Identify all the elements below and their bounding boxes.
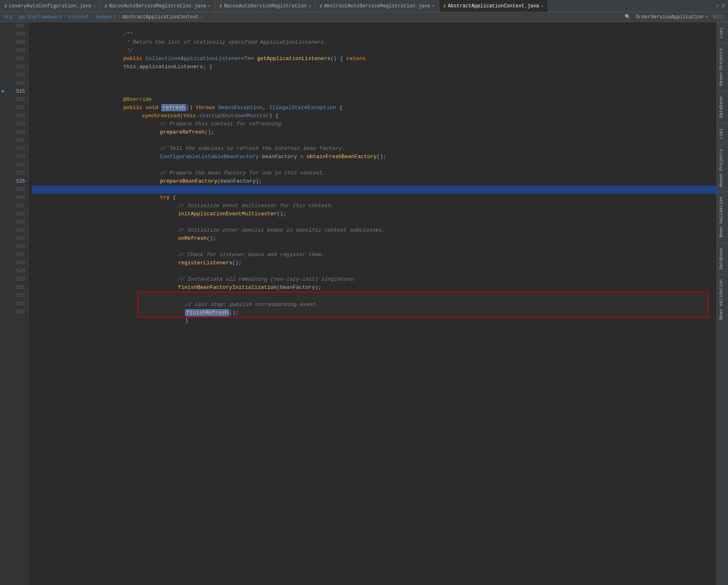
code-line-523: // Prepare the bean factory for use in t… — [32, 161, 717, 169]
gutter-546 — [0, 243, 8, 251]
tab-more[interactable]: ≡ 6 — [712, 3, 728, 9]
ln-544: 544 — [11, 226, 25, 234]
java-icon: J — [104, 4, 107, 9]
ln-514: 514 — [11, 79, 25, 87]
gutter-549 — [0, 267, 8, 275]
code-line-509: */ — [32, 38, 717, 47]
tab-abstract-auto[interactable]: J AbstractAutoServiceRegistration.java ✕ — [315, 0, 439, 12]
code-line-519 — [32, 128, 717, 136]
sidebar-tab-luaj-1[interactable]: Luaj — [717, 22, 728, 43]
gutter-539 — [0, 185, 8, 194]
tab-label: coveryAutoConfiguration.java — [9, 3, 92, 9]
gutter-542 — [0, 210, 8, 218]
gutter-521 — [0, 136, 8, 145]
gutter-510 — [0, 47, 8, 55]
code-line-541 — [32, 210, 717, 218]
java-icon: J — [4, 4, 7, 9]
code-line-513 — [32, 79, 717, 87]
ln-523: 523 — [11, 153, 25, 161]
sidebar-tab-luaj-2[interactable]: Luaj — [717, 123, 728, 144]
code-line-544 — [32, 234, 717, 243]
ide-window: J coveryAutoConfiguration.java ✕ J Nacos… — [0, 0, 728, 585]
close-icon[interactable]: ✕ — [208, 4, 211, 9]
tab-covery[interactable]: J coveryAutoConfiguration.java ✕ — [0, 0, 100, 12]
gutter-516 — [0, 96, 8, 104]
gutter-520 — [0, 128, 8, 136]
ln-551: 551 — [11, 284, 25, 292]
close-icon[interactable]: ✕ — [541, 4, 544, 9]
gutter-523 — [0, 153, 8, 161]
tab-abstract-app[interactable]: J AbstractApplicationContext.java ✕ — [439, 0, 548, 12]
ln-508: 508 — [11, 30, 25, 38]
gutter-543 — [0, 218, 8, 226]
ln-520: 520 — [11, 128, 25, 136]
code-line-524: prepareBeanFactory(beanFactory); — [32, 169, 717, 177]
gutter-551 — [0, 284, 8, 292]
tab-label: AbstractApplicationContext.java — [448, 3, 539, 9]
ln-545: 545 — [11, 234, 25, 243]
sep6: ▼ — [705, 14, 708, 20]
git-icon: Git: — [713, 14, 725, 20]
code-line-517: // Prepare this context for refreshing. — [32, 112, 717, 120]
gutter-arrow-down-icon: ● — [1, 89, 4, 94]
breadcrumb-class[interactable]: AbstractApplicationContext — [122, 14, 199, 20]
ln-522: 522 — [11, 145, 25, 153]
tab-bar: J coveryAutoConfiguration.java ✕ J Nacos… — [0, 0, 728, 12]
code-line-547 — [32, 259, 717, 267]
orderservice-app[interactable]: OrderServiceApplication — [636, 14, 703, 20]
gutter-508 — [0, 30, 8, 38]
gutter-552 — [0, 292, 8, 300]
ln-554: 554 — [11, 308, 25, 316]
ln-524: 524 — [11, 161, 25, 169]
gutter-512 — [0, 63, 8, 71]
breadcrumb-context[interactable]: context — [69, 14, 89, 20]
ln-517: 517 — [11, 104, 25, 112]
code-line-543: onRefresh(); — [32, 226, 717, 234]
close-icon[interactable]: ✕ — [308, 4, 311, 9]
code-line-526: try { — [32, 185, 717, 194]
java-icon: J — [319, 4, 322, 9]
breadcrumb-org[interactable]: org — [3, 14, 12, 20]
ln-525: 525 — [11, 169, 25, 177]
ln-515: 515 — [11, 87, 25, 96]
gutter-514 — [0, 79, 8, 87]
ln-552: 552 — [11, 292, 25, 300]
close-icon[interactable]: ✕ — [93, 4, 96, 9]
gutter-515: ● ↓ — [0, 87, 8, 96]
ln-513: 513 — [11, 71, 25, 79]
code-line-512 — [32, 71, 717, 79]
breadcrumb-support[interactable]: support — [96, 14, 116, 20]
sidebar-tab-bean-validation-2[interactable]: Bean Validation — [717, 274, 728, 325]
code-line-518: prepareRefresh(); — [32, 120, 717, 128]
sidebar-tab-bean-validation-1[interactable]: Bean Validation — [717, 192, 728, 242]
gutter-markers: ● ↓ — [0, 22, 8, 585]
breadcrumb: org / springframework / context / suppor… — [0, 12, 728, 22]
gutter-554 — [0, 308, 8, 316]
ln-521: 521 — [11, 136, 25, 145]
gutter-518 — [0, 112, 8, 120]
sidebar-tab-database-2[interactable]: Database — [717, 243, 728, 275]
gutter-541 — [0, 202, 8, 210]
gutter-519 — [0, 120, 8, 128]
gutter-525 — [0, 169, 8, 177]
sep3: / — [91, 14, 94, 20]
gutter-513 — [0, 71, 8, 79]
sidebar-tab-database-1[interactable]: Database — [717, 91, 728, 123]
gutter-522 — [0, 145, 8, 153]
sidebar-tab-maven-1[interactable]: Maven Projects — [717, 43, 728, 91]
code-line-549: finishBeanFactoryInitialization(beanFact… — [32, 275, 717, 284]
close-icon[interactable]: ✕ — [432, 4, 435, 9]
ln-511: 511 — [11, 55, 25, 63]
breadcrumb-springframework[interactable]: springframework — [18, 14, 63, 20]
code-line-521: ConfigurableListableBeanFactory beanFact… — [32, 145, 717, 153]
code-line-553: } — [138, 309, 708, 317]
java-icon: J — [443, 4, 446, 9]
tab-nacos-reg1[interactable]: J NacosAutoServiceRegistration.java ✕ — [100, 0, 215, 12]
gutter-arrow-up-icon: ↓ — [4, 89, 7, 94]
code-line-554 — [32, 318, 717, 326]
editor-area: ● ↓ — [0, 22, 717, 585]
gutter-553 — [0, 300, 8, 308]
sidebar-tab-maven-2[interactable]: Maven Projects — [717, 144, 728, 192]
tab-nacos-reg2[interactable]: J NacosAutoServiceRegistration ✕ — [215, 0, 315, 12]
search-icon[interactable]: 🔍 — [625, 14, 631, 20]
